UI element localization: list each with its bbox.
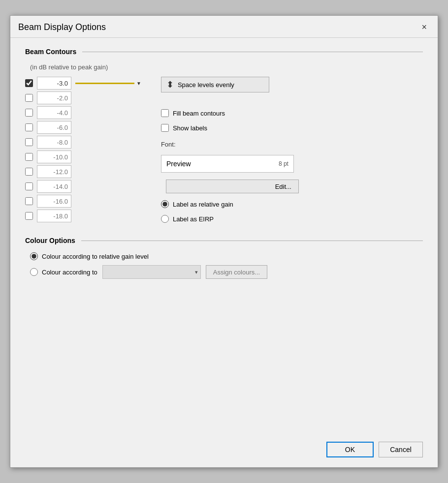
table-row: [25, 91, 141, 104]
colour-options-title: Colour Options: [25, 237, 81, 244]
contour-checkbox-3[interactable]: [25, 123, 33, 131]
table-row: [25, 121, 141, 134]
contour-value-0[interactable]: [37, 77, 71, 90]
colour-section-divider: [81, 241, 423, 241]
contour-checkbox-4[interactable]: [25, 138, 33, 146]
table-row: ▼: [25, 77, 141, 90]
font-label: Font:: [161, 141, 299, 148]
fill-beam-contours-row: Fill beam contours: [161, 109, 299, 117]
table-row: [25, 210, 141, 222]
label-eirp-label: Label as EIRP: [173, 215, 214, 223]
table-row: [25, 136, 141, 149]
colour-according-to-label: Colour according to: [42, 269, 97, 276]
color-dropdown-arrow[interactable]: ▼: [136, 81, 141, 86]
dialog-title: Beam Display Options: [18, 22, 106, 32]
edit-font-button[interactable]: Edit...: [166, 180, 299, 193]
font-preview-box: Preview 8 pt: [161, 155, 294, 173]
show-labels-checkbox[interactable]: [161, 124, 169, 132]
contour-value-6[interactable]: [37, 165, 71, 178]
contour-checkbox-5[interactable]: [25, 153, 33, 161]
label-relative-gain-radio[interactable]: [161, 200, 169, 208]
contour-checkbox-8[interactable]: [25, 197, 33, 205]
db-subtitle: (in dB relative to peak gain): [30, 63, 423, 71]
show-labels-label: Show labels: [173, 124, 207, 132]
font-size-label: 8 pt: [279, 160, 288, 167]
colour-relative-gain-row: Colour according to relative gain level: [30, 252, 423, 260]
contour-checkbox-1[interactable]: [25, 94, 33, 102]
label-eirp-radio[interactable]: [161, 215, 169, 223]
color-bar-row: ▼: [75, 81, 141, 86]
section-divider: [82, 52, 423, 52]
edit-button-wrapper: Edit...: [161, 180, 299, 193]
color-bar: [75, 83, 134, 84]
colour-according-to-radio[interactable]: [30, 268, 38, 276]
contours-layout: ▼: [25, 77, 423, 223]
colour-according-to-radio-row: Colour according to: [30, 268, 97, 276]
font-preview-text: Preview: [166, 160, 191, 168]
label-relative-gain-row: Label as relative gain: [161, 200, 299, 208]
contour-list: ▼: [25, 77, 141, 223]
title-bar: Beam Display Options ×: [10, 16, 438, 38]
colour-dropdown[interactable]: [102, 265, 201, 279]
contour-value-7[interactable]: [37, 180, 71, 193]
colour-options-section: Colour Options Colour according to relat…: [25, 237, 423, 279]
table-row: [25, 151, 141, 163]
cancel-button[interactable]: Cancel: [379, 442, 423, 457]
colour-dropdown-wrapper: [102, 265, 201, 279]
label-relative-gain-label: Label as relative gain: [173, 201, 233, 208]
colour-options-layout: Colour according to relative gain level …: [25, 252, 423, 279]
contour-value-1[interactable]: [37, 91, 71, 104]
contour-checkbox-6[interactable]: [25, 168, 33, 176]
fill-beam-contours-checkbox[interactable]: [161, 109, 169, 117]
beam-display-options-dialog: Beam Display Options × Beam Contours (in…: [10, 15, 438, 468]
contour-value-9[interactable]: [37, 210, 71, 222]
assign-colours-button[interactable]: Assign colours...: [206, 265, 267, 279]
space-levels-button[interactable]: ⬍ Space levels evenly: [161, 77, 269, 92]
colour-relative-gain-radio[interactable]: [30, 252, 38, 260]
table-row: [25, 195, 141, 208]
table-row: [25, 106, 141, 119]
contour-value-8[interactable]: [37, 195, 71, 208]
contour-checkbox-9[interactable]: [25, 212, 33, 220]
ok-button[interactable]: OK: [326, 442, 374, 457]
right-panel: ⬍ Space levels evenly Fill beam contours…: [161, 77, 299, 223]
colour-options-header: Colour Options: [25, 237, 423, 244]
beam-contours-section: Beam Contours (in dB relative to peak ga…: [25, 48, 423, 223]
close-button[interactable]: ×: [418, 22, 430, 32]
contour-value-3[interactable]: [37, 121, 71, 134]
contour-checkbox-0[interactable]: [25, 79, 33, 87]
show-labels-row: Show labels: [161, 124, 299, 132]
fill-beam-contours-label: Fill beam contours: [173, 110, 225, 117]
contour-checkbox-2[interactable]: [25, 109, 33, 117]
beam-contours-header: Beam Contours: [25, 48, 423, 56]
colour-relative-gain-label: Colour according to relative gain level: [42, 253, 149, 260]
space-levels-label: Space levels evenly: [178, 81, 234, 89]
table-row: [25, 165, 141, 178]
dialog-body: Beam Contours (in dB relative to peak ga…: [10, 38, 438, 434]
colour-according-to-row: Colour according to Assign colours...: [30, 265, 423, 279]
beam-contours-title: Beam Contours: [25, 48, 82, 56]
label-eirp-row: Label as EIRP: [161, 215, 299, 223]
contour-value-4[interactable]: [37, 136, 71, 149]
contour-checkbox-7[interactable]: [25, 182, 33, 190]
dialog-footer: OK Cancel: [10, 434, 438, 467]
space-levels-icon: ⬍: [166, 79, 174, 90]
table-row: [25, 180, 141, 193]
contour-value-2[interactable]: [37, 106, 71, 119]
contour-value-5[interactable]: [37, 151, 71, 163]
